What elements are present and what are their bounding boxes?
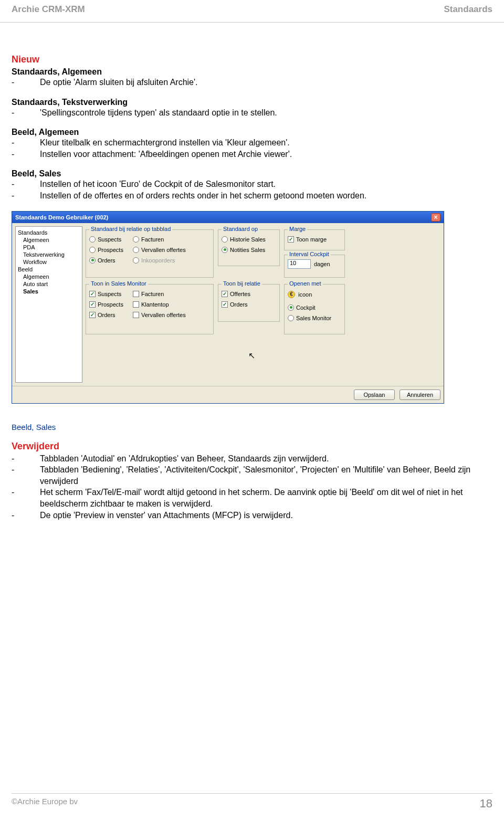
sidebar-item[interactable]: Auto start — [16, 280, 82, 288]
check-facturen[interactable]: Facturen — [133, 289, 186, 299]
group-head-0: Standaards, Algemeen — [12, 67, 492, 77]
header-left: Archie CRM-XRM — [12, 4, 85, 15]
check-label: Orders — [230, 301, 248, 308]
fieldset-marge: Marge Toon marge — [284, 229, 345, 250]
radio-label: Sales Monitor — [296, 315, 331, 321]
titlebar[interactable]: Standaards Demo Gebruiker (002) × — [12, 212, 444, 223]
bullet-text: Instellen of het icoon 'Euro' de Cockpit… — [40, 178, 492, 190]
fieldset-standaard-tabblad: Standaard bij relatie op tabblad Suspect… — [86, 229, 214, 278]
bullet-text: De optie 'Preview in venster' van Attach… — [40, 510, 492, 521]
legend: Standaard bij relatie op tabblad — [89, 226, 172, 232]
page-footer: ©Archie Europe bv 18 — [12, 793, 492, 811]
radio-orders[interactable]: Orders — [89, 255, 123, 266]
list-item: -De optie 'Preview in venster' van Attac… — [12, 510, 492, 521]
figure-caption: Beeld, Sales — [12, 423, 492, 431]
sidebar-group: Standaards — [16, 229, 82, 236]
check-label: Suspects — [98, 291, 121, 297]
sidebar-item[interactable]: Algemeen — [16, 273, 82, 280]
legend: Openen met — [288, 280, 323, 287]
radio-label: Suspects — [98, 236, 121, 243]
cancel-button[interactable]: Annuleren — [400, 390, 440, 400]
check-label: Prospects — [98, 301, 123, 308]
check-klantentop[interactable]: Klantentop — [133, 299, 186, 310]
bullet-text: Kleur titelbalk en schermachtergrond ins… — [40, 137, 492, 149]
radio-notities-sales[interactable]: Notities Sales — [222, 245, 276, 255]
page-header: Archie CRM-XRM Standaards — [0, 0, 504, 23]
check-suspects[interactable]: Suspects — [89, 289, 123, 299]
dialog-sidebar: Standaards Algemeen PDA Tekstverwerking … — [15, 226, 82, 383]
fieldset-standaard-op: Standaard op Historie Sales Notities Sal… — [218, 229, 280, 266]
radio-label: Notities Sales — [230, 247, 265, 253]
bullet-text: Instellen of de offertes en of orders re… — [40, 190, 492, 202]
sidebar-item[interactable]: Algemeen — [16, 236, 82, 244]
group-head-3: Beeld, Sales — [12, 169, 492, 178]
list-item: -Kleur titelbalk en schermachtergrond in… — [12, 137, 492, 149]
interval-unit: dagen — [314, 261, 330, 267]
sidebar-item-selected[interactable]: Sales — [16, 288, 82, 295]
radio-sales-monitor[interactable]: Sales Monitor — [288, 313, 341, 323]
check-label: Facturen — [141, 291, 164, 297]
check-label: Vervallen offertes — [141, 312, 186, 318]
group-head-1: Standaards, Tekstverwerking — [12, 98, 492, 107]
check-toon-marge[interactable]: Toon marge — [288, 234, 341, 245]
bullet-text: De optie 'Alarm sluiten bij afsluiten Ar… — [40, 77, 492, 88]
cursor-icon: ↖ — [248, 351, 255, 361]
section-title-verwijderd: Verwijderd — [12, 441, 492, 452]
radio-vervallen[interactable]: Vervallen offertes — [133, 245, 186, 255]
fieldset-toon-relatie: Toon bij relatie Offertes Orders — [218, 284, 280, 322]
check-label: Toon marge — [296, 236, 327, 243]
radio-label: Facturen — [141, 236, 164, 243]
check-orders-rel[interactable]: Orders — [222, 299, 276, 310]
list-item: -Instellen of het icoon 'Euro' de Cockpi… — [12, 178, 492, 190]
icon-label: icoon — [298, 291, 312, 298]
check-prospects[interactable]: Prospects — [89, 299, 123, 310]
list-item: -Tabbladen 'Autodial' en 'Afdrukopties' … — [12, 453, 492, 465]
check-label: Orders — [98, 312, 116, 318]
legend: Standaard op — [222, 226, 259, 232]
fieldset-interval: Interval Cockpit 10 dagen — [284, 255, 345, 278]
save-button[interactable]: Opslaan — [354, 390, 395, 400]
close-icon[interactable]: × — [431, 213, 440, 222]
sidebar-item[interactable]: PDA — [16, 244, 82, 251]
sidebar-item[interactable]: Workflow — [16, 258, 82, 266]
footer-left: ©Archie Europe bv — [12, 797, 78, 811]
dialog-main-panel: Standaard bij relatie op tabblad Suspect… — [86, 226, 440, 383]
legend: Marge — [288, 226, 307, 232]
bullet-text: Instellen voor attachment: 'Afbeeldingen… — [40, 149, 492, 160]
interval-input[interactable]: 10 — [288, 259, 311, 269]
radio-label: Cockpit — [296, 304, 316, 311]
radio-label: Orders — [98, 257, 116, 264]
radio-facturen[interactable]: Facturen — [133, 234, 186, 245]
radio-prospects[interactable]: Prospects — [89, 245, 123, 255]
radio-label: Historie Sales — [230, 236, 266, 243]
bullet-text: 'Spellingscontrole tijdens typen' als st… — [40, 107, 492, 119]
sidebar-group: Beeld — [16, 266, 82, 273]
bullet-text: Het scherm 'Fax/Tel/E-mail' wordt altijd… — [40, 487, 492, 509]
fieldset-toon-sales: Toon in Sales Monitor Suspects Prospects… — [86, 284, 214, 334]
standaards-dialog: Standaards Demo Gebruiker (002) × Standa… — [12, 211, 444, 404]
check-vervallen[interactable]: Vervallen offertes — [133, 310, 186, 320]
list-item: -'Spellingscontrole tijdens typen' als s… — [12, 107, 492, 119]
header-right: Standaards — [444, 4, 492, 15]
check-label: Klantentop — [141, 301, 169, 308]
list-item: -Tabbladen 'Bediening', 'Relaties', 'Act… — [12, 464, 492, 487]
fieldset-openen-met: Openen met € icoon Cockpit Sales Monitor — [284, 284, 345, 334]
radio-historie-sales[interactable]: Historie Sales — [222, 234, 276, 245]
check-label: Offertes — [230, 291, 250, 297]
check-orders[interactable]: Orders — [89, 310, 123, 320]
page-number: 18 — [480, 797, 492, 811]
dialog-title: Standaards Demo Gebruiker (002) — [15, 214, 108, 220]
radio-inkooporders: Inkooporders — [133, 255, 186, 266]
check-offertes[interactable]: Offertes — [222, 289, 276, 299]
sidebar-item[interactable]: Tekstverwerking — [16, 251, 82, 258]
radio-suspects[interactable]: Suspects — [89, 234, 123, 245]
section-title-nieuw: Nieuw — [12, 54, 492, 65]
radio-cockpit[interactable]: Cockpit — [288, 302, 341, 313]
bullet-text: Tabbladen 'Bediening', 'Relaties', 'Acti… — [40, 464, 492, 487]
list-item: -De optie 'Alarm sluiten bij afsluiten A… — [12, 77, 492, 88]
legend: Toon in Sales Monitor — [89, 280, 148, 287]
euro-icon: € — [288, 291, 295, 298]
radio-label: Vervallen offertes — [141, 247, 186, 253]
list-item: -Instellen of de offertes en of orders r… — [12, 190, 492, 202]
group-head-2: Beeld, Algemeen — [12, 128, 492, 137]
